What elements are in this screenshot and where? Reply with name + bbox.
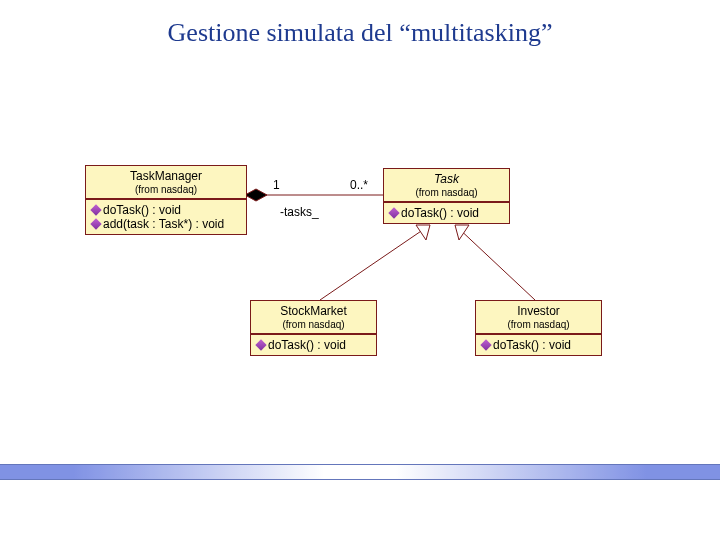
operation: add(task : Task*) : void <box>92 217 240 231</box>
footer-bar <box>0 464 720 480</box>
class-stock-market: StockMarket (from nasdaq) doTask() : voi… <box>250 300 377 356</box>
class-name: Task <box>384 169 509 187</box>
class-origin: (from nasdaq) <box>384 187 509 201</box>
multiplicity-left: 1 <box>273 178 280 192</box>
class-origin: (from nasdaq) <box>476 319 601 333</box>
svg-line-3 <box>455 225 535 300</box>
operation-icon <box>90 218 101 229</box>
slide-title: Gestione simulata del “multitasking” <box>0 18 720 48</box>
association-role: -tasks_ <box>280 205 319 219</box>
operation-icon <box>388 207 399 218</box>
operation-icon <box>255 339 266 350</box>
operation-label: doTask() : void <box>103 203 181 217</box>
svg-line-2 <box>320 225 430 300</box>
operation: doTask() : void <box>92 203 240 217</box>
class-task: Task (from nasdaq) doTask() : void <box>383 168 510 224</box>
class-name: Investor <box>476 301 601 319</box>
uml-connectors <box>0 0 720 540</box>
svg-marker-4 <box>416 225 430 240</box>
class-origin: (from nasdaq) <box>86 184 246 198</box>
class-origin: (from nasdaq) <box>251 319 376 333</box>
class-investor: Investor (from nasdaq) doTask() : void <box>475 300 602 356</box>
class-name: StockMarket <box>251 301 376 319</box>
svg-marker-5 <box>455 225 469 240</box>
class-operations: doTask() : void <box>476 335 601 355</box>
class-name: TaskManager <box>86 166 246 184</box>
operation-icon <box>480 339 491 350</box>
svg-marker-1 <box>245 189 267 201</box>
operation-label: add(task : Task*) : void <box>103 217 224 231</box>
multiplicity-right: 0..* <box>350 178 368 192</box>
operation: doTask() : void <box>482 338 595 352</box>
operation: doTask() : void <box>390 206 503 220</box>
operation: doTask() : void <box>257 338 370 352</box>
operation-label: doTask() : void <box>493 338 571 352</box>
class-operations: doTask() : void <box>384 203 509 223</box>
class-operations: doTask() : void <box>251 335 376 355</box>
operation-label: doTask() : void <box>268 338 346 352</box>
class-operations: doTask() : void add(task : Task*) : void <box>86 200 246 234</box>
class-task-manager: TaskManager (from nasdaq) doTask() : voi… <box>85 165 247 235</box>
operation-icon <box>90 204 101 215</box>
operation-label: doTask() : void <box>401 206 479 220</box>
